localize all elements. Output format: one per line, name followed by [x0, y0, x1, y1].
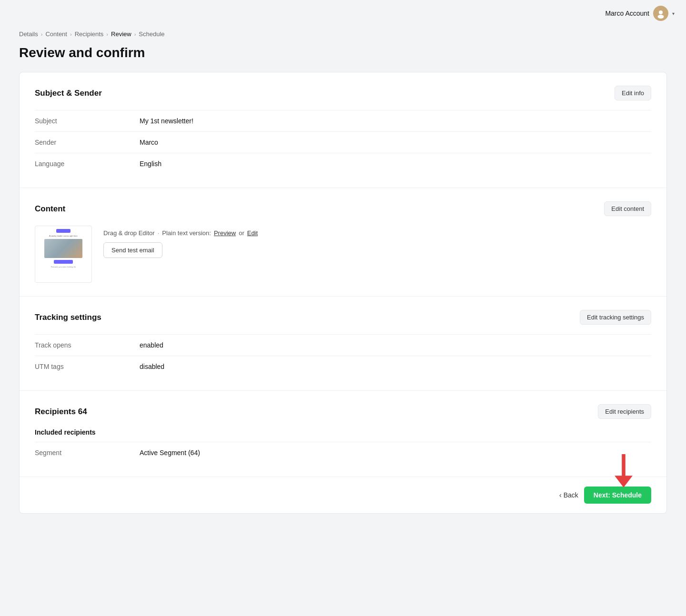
breadcrumb-details[interactable]: Details [19, 30, 38, 38]
utm-tags-label: UTM tags [35, 363, 140, 370]
content-meta: Drag & drop Editor · Plain text version:… [103, 229, 258, 237]
email-thumbnail: A catchy header comes right here Feature… [35, 226, 92, 283]
tracking-header: Tracking settings Edit tracking settings [35, 310, 651, 325]
recipients-header: Recipients 64 Edit recipients [35, 404, 651, 419]
tracking-title: Tracking settings [35, 313, 101, 322]
sender-value: Marco [140, 139, 158, 146]
edit-tracking-button[interactable]: Edit tracking settings [580, 310, 651, 325]
subject-label: Subject [35, 117, 140, 125]
edit-link[interactable]: Edit [247, 229, 258, 237]
main-content: Subject & Sender Edit info Subject My 1s… [0, 72, 686, 533]
review-card: Subject & Sender Edit info Subject My 1s… [19, 72, 667, 514]
sender-label: Sender [35, 139, 140, 146]
edit-info-button[interactable]: Edit info [615, 86, 651, 100]
utm-tags-row: UTM tags disabled [35, 356, 651, 377]
preview-link[interactable]: Preview [214, 229, 236, 237]
breadcrumb-review[interactable]: Review [111, 30, 131, 38]
language-label: Language [35, 160, 140, 168]
editor-type: Drag & drop Editor [103, 229, 155, 237]
content-title: Content [35, 204, 65, 214]
plain-text-label: Plain text version: [162, 229, 211, 237]
send-test-button[interactable]: Send test email [103, 242, 162, 258]
recipients-section: Recipients 64 Edit recipients Included r… [20, 391, 666, 477]
content-preview: A catchy header comes right here Feature… [35, 226, 651, 283]
track-opens-label: Track opens [35, 341, 140, 349]
thumb-image [44, 239, 82, 258]
next-schedule-button[interactable]: Next: Schedule [584, 487, 651, 504]
breadcrumb-sep-2: › [70, 31, 72, 37]
recipients-title: Recipients 64 [35, 407, 87, 417]
or-text: or [239, 229, 244, 237]
back-chevron-icon: ‹ [559, 491, 562, 499]
avatar [653, 6, 668, 21]
segment-value: Active Segment (64) [140, 449, 200, 457]
dot-separator: · [158, 229, 160, 237]
breadcrumb-sep-1: › [41, 31, 43, 37]
language-row: Language English [35, 153, 651, 174]
thumb-logo [56, 229, 71, 233]
account-menu[interactable]: Marco Account ▾ [605, 6, 675, 21]
account-name: Marco Account [605, 10, 649, 17]
thumb-footer-text: Features you were looking for [51, 266, 76, 268]
subject-value: My 1st newsletter! [140, 117, 193, 125]
breadcrumb-schedule[interactable]: Schedule [139, 30, 164, 38]
subject-sender-section: Subject & Sender Edit info Subject My 1s… [20, 72, 666, 188]
segment-label: Segment [35, 449, 140, 457]
track-opens-row: Track opens enabled [35, 334, 651, 356]
bottom-actions: ‹ Back Next: Schedule [20, 477, 666, 513]
content-section: Content Edit content A catchy header com… [20, 188, 666, 297]
subject-sender-header: Subject & Sender Edit info [35, 86, 651, 100]
thumb-header-text: A catchy header comes right here [49, 235, 78, 237]
track-opens-value: enabled [140, 341, 163, 349]
send-test-area: Send test email [103, 242, 258, 258]
sender-row: Sender Marco [35, 131, 651, 153]
breadcrumb-recipients[interactable]: Recipients [75, 30, 104, 38]
content-header: Content Edit content [35, 201, 651, 216]
breadcrumb-content[interactable]: Content [45, 30, 67, 38]
included-recipients-label: Included recipients [35, 428, 651, 436]
chevron-down-icon: ▾ [672, 11, 675, 16]
back-button[interactable]: ‹ Back [559, 491, 578, 499]
subject-sender-title: Subject & Sender [35, 89, 102, 98]
page-title: Review and confirm [0, 41, 686, 72]
breadcrumb-sep-3: › [106, 31, 108, 37]
utm-tags-value: disabled [140, 363, 164, 370]
header: Marco Account ▾ [0, 0, 686, 27]
svg-point-1 [659, 10, 663, 14]
segment-row: Segment Active Segment (64) [35, 442, 651, 463]
svg-marker-4 [615, 476, 633, 487]
breadcrumb-sep-4: › [134, 31, 136, 37]
language-value: English [140, 160, 161, 168]
edit-recipients-button[interactable]: Edit recipients [598, 404, 651, 419]
thumb-btn [54, 260, 73, 264]
back-label: Back [564, 491, 578, 499]
edit-content-button[interactable]: Edit content [604, 201, 651, 216]
content-info: Drag & drop Editor · Plain text version:… [103, 226, 258, 258]
breadcrumb: Details › Content › Recipients › Review … [0, 27, 686, 41]
tracking-section: Tracking settings Edit tracking settings… [20, 297, 666, 391]
subject-row: Subject My 1st newsletter! [35, 110, 651, 131]
svg-point-2 [658, 15, 664, 19]
